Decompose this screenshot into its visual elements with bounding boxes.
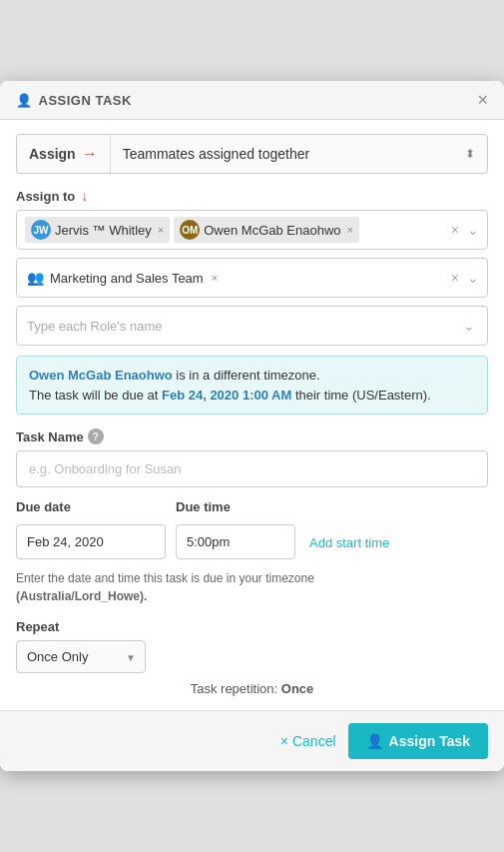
cancel-icon: × (280, 733, 288, 749)
due-time-input[interactable] (176, 524, 295, 559)
assign-row[interactable]: Assign → Teammates assigned together ⬍ (16, 134, 488, 174)
expand-role-button[interactable]: ⌄ (461, 316, 477, 336)
repeat-select[interactable]: Once Only Daily Weekly Monthly Yearly (16, 640, 146, 673)
timezone-line2-end: their time (US/Eastern). (291, 388, 430, 403)
team-box-actions: × ⌄ (449, 268, 481, 288)
assignee-tag-owen: OM Owen McGab Enaohwo × (174, 217, 359, 243)
modal-footer: × Cancel 👤 Assign Task (0, 710, 504, 771)
expand-assignees-button[interactable]: ⌄ (465, 220, 481, 240)
due-date-label: Due date (16, 499, 166, 514)
avatar-jervis: JW (31, 220, 51, 240)
repeat-label: Repeat (16, 619, 488, 634)
assignee-name-owen: Owen McGab Enaohwo (204, 223, 340, 238)
repeat-select-wrapper: Once Only Daily Weekly Monthly Yearly (16, 640, 146, 673)
team-icon: 👥 (27, 270, 44, 286)
assign-task-button[interactable]: 👤 Assign Task (348, 723, 488, 759)
timezone-hint-line1: Enter the date and time this task is due… (16, 571, 314, 585)
assign-label-text: Assign (29, 146, 76, 162)
due-time-label: Due time (176, 499, 295, 514)
assign-task-modal: 👤 ASSIGN TASK × Assign → Teammates assig… (0, 81, 504, 771)
assign-mode-value: Teammates assigned together (111, 136, 453, 172)
timezone-hint-tz: (Australia/Lord_Howe). (16, 589, 147, 603)
assign-to-arrow-icon: ↓ (81, 188, 88, 204)
timezone-person-name: Owen McGab Enaohwo (29, 368, 173, 383)
assign-to-label: Assign to ↓ (16, 188, 488, 204)
assign-person-icon: 👤 (366, 733, 383, 749)
cancel-label: Cancel (292, 733, 336, 749)
timezone-due-time: Feb 24, 2020 1:00 AM (162, 388, 291, 403)
timezone-message-start: is in a different timezone. (173, 368, 320, 383)
clear-assignees-button[interactable]: × (449, 220, 461, 240)
close-button[interactable]: × (477, 91, 488, 109)
assign-arrow-icon: → (82, 145, 98, 163)
clear-team-button[interactable]: × (449, 268, 461, 288)
assignees-box: JW Jervis ™ Whitley × OM Owen McGab Enao… (16, 210, 488, 250)
task-name-input[interactable] (16, 450, 488, 487)
assignee-name-jervis: Jervis ™ Whitley (55, 223, 152, 238)
avatar-owen: OM (180, 220, 200, 240)
task-name-help-icon: ? (88, 428, 104, 444)
due-date-col: Due date (16, 499, 166, 559)
repetition-value: Once (281, 681, 314, 696)
task-name-label: Task Name ? (16, 428, 488, 444)
role-input-box[interactable]: ⌄ (16, 306, 488, 346)
team-name: Marketing and Sales Team (50, 271, 204, 286)
remove-jervis-button[interactable]: × (158, 224, 164, 236)
remove-owen-button[interactable]: × (347, 224, 353, 236)
cancel-button[interactable]: × Cancel (280, 733, 336, 749)
modal-title: 👤 ASSIGN TASK (16, 93, 132, 108)
modal-title-text: ASSIGN TASK (39, 93, 132, 108)
remove-team-button[interactable]: × (212, 272, 218, 284)
assignees-box-actions: × ⌄ (449, 220, 481, 240)
add-start-time-button[interactable]: Add start time (305, 526, 393, 559)
due-time-col: Due time (176, 499, 295, 559)
date-time-row: Due date Due time Add start time (16, 499, 488, 559)
timezone-hint: Enter the date and time this task is due… (16, 569, 488, 605)
timezone-line2-start: The task will be due at (29, 388, 162, 403)
modal-body: Assign → Teammates assigned together ⬍ A… (0, 120, 504, 710)
timezone-notice: Owen McGab Enaohwo is in a different tim… (16, 356, 488, 415)
due-date-input[interactable] (16, 524, 166, 559)
person-icon: 👤 (16, 93, 33, 108)
repetition-text: Task repetition: Once (16, 681, 488, 696)
assign-task-label: Assign Task (389, 733, 470, 749)
assign-label: Assign → (17, 135, 111, 173)
assign-chevron-icon: ⬍ (453, 137, 487, 171)
repetition-prefix: Task repetition: (191, 681, 281, 696)
assignee-tag-jervis: JW Jervis ™ Whitley × (25, 217, 170, 243)
expand-team-button[interactable]: ⌄ (465, 268, 481, 288)
modal-header: 👤 ASSIGN TASK × (0, 81, 504, 120)
team-box: 👥 Marketing and Sales Team × × ⌄ (16, 258, 488, 298)
role-input[interactable] (27, 319, 461, 334)
team-tag: 👥 Marketing and Sales Team × (27, 270, 218, 286)
repeat-select-wrap: Once Only Daily Weekly Monthly Yearly (16, 640, 488, 673)
